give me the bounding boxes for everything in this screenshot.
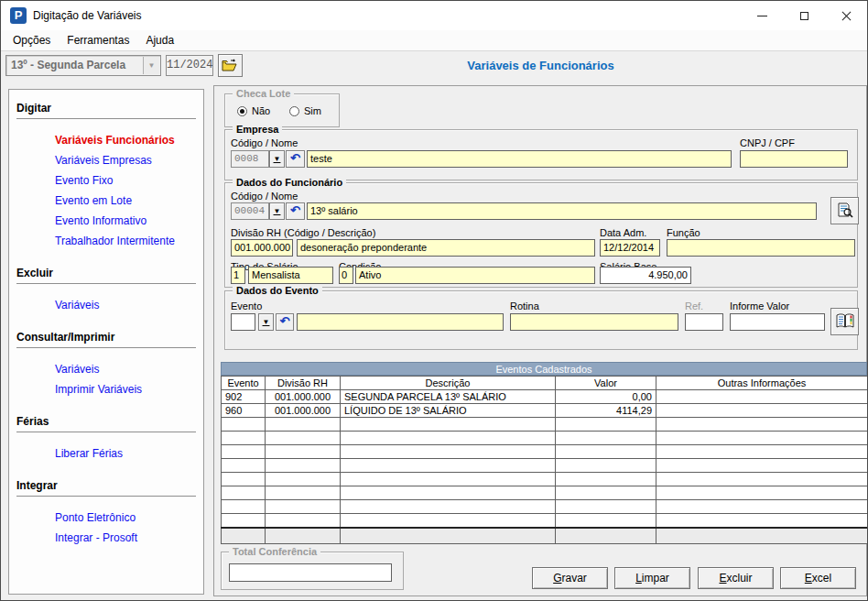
table-row[interactable]: 960 001.000.000 LÍQUIDO DE 13º SALÁRIO 4… — [222, 404, 868, 418]
empresa-nome-field[interactable]: teste — [307, 150, 732, 168]
sidebar-item-ponto-eletronico[interactable]: Ponto Eletrônico — [55, 508, 203, 528]
table-empty-row — [222, 500, 868, 514]
condicao-field[interactable]: Ativo — [355, 267, 595, 284]
window-title: Digitação de Variáveis — [33, 9, 142, 22]
divider — [16, 118, 196, 119]
table-empty-row — [222, 473, 868, 486]
menu-ferramentas[interactable]: Ferramentas — [59, 34, 137, 47]
funcionario-group: Dados do Funcionário Código / Nome 00004… — [224, 182, 858, 288]
informe-valor-field[interactable] — [730, 313, 825, 331]
cell-valor: 0,00 — [556, 390, 656, 404]
sidebar-item-trabalhador-intermitente[interactable]: Trabalhador Intermitente — [55, 231, 203, 251]
col-header-descricao: Descrição — [341, 377, 556, 390]
table-empty-row — [222, 445, 868, 459]
competence-date-input[interactable]: 11/2024 — [166, 55, 213, 76]
tipo-salario-field[interactable]: Mensalista — [248, 267, 333, 284]
table-empty-row — [222, 486, 868, 500]
cnpj-cpf-field[interactable] — [740, 150, 848, 168]
radio-checked-icon — [237, 106, 247, 116]
sidebar: Digitar Variáveis Funcionários Variáveis… — [8, 89, 204, 595]
empresa-dropdown-button[interactable]: ▼ — [269, 150, 285, 168]
ref-field[interactable] — [685, 313, 723, 331]
close-button[interactable] — [825, 1, 867, 30]
sidebar-item-excluir-variaveis[interactable]: Variáveis — [55, 295, 203, 315]
radio-label: Sim — [304, 105, 321, 116]
col-header-outras: Outras Informações — [656, 377, 868, 390]
evento-undo-button[interactable]: ↶ — [276, 313, 294, 331]
minimize-icon — [757, 16, 767, 16]
table-row[interactable]: 902 001.000.000 SEGUNDA PARCELA 13º SALÁ… — [222, 390, 868, 404]
col-header-evento: Evento — [222, 377, 266, 390]
evento-tabela-button[interactable] — [830, 308, 859, 335]
minimize-button[interactable] — [741, 1, 783, 30]
app-logo-icon: P — [10, 7, 27, 24]
menu-ajuda[interactable]: Ajuda — [137, 34, 182, 47]
evento-group: Dados do Evento Evento Rotina Ref. Infor… — [224, 290, 858, 350]
open-book-icon — [835, 312, 855, 331]
tipo-salario-codigo-field[interactable]: 1 — [231, 267, 245, 284]
sidebar-item-evento-informativo[interactable]: Evento Informativo — [55, 211, 203, 231]
menu-bar: Opções Ferramentas Ajuda — [1, 30, 867, 51]
funcionario-search-button[interactable] — [830, 197, 859, 224]
funcao-label: Função — [667, 227, 700, 238]
cell-evento: 960 — [222, 404, 266, 418]
condicao-codigo-field[interactable]: 0 — [339, 267, 353, 284]
funcao-field[interactable] — [667, 239, 855, 257]
divisao-descricao-field[interactable]: desoneração preponderante — [297, 239, 595, 257]
funcionario-undo-button[interactable]: ↶ — [286, 202, 305, 220]
evento-label: Evento — [231, 300, 262, 311]
divider — [16, 347, 196, 348]
divisao-rh-label: Divisão RH (Código / Descrição) — [231, 227, 375, 238]
divider — [16, 283, 196, 284]
sidebar-section-digitar: Digitar Variáveis Funcionários Variáveis… — [16, 102, 203, 251]
sidebar-section-title: Digitar — [16, 102, 203, 115]
evento-dropdown-button[interactable]: ▼ — [258, 313, 274, 331]
divider — [16, 496, 196, 497]
funcionario-nome-field[interactable]: 13º salário — [307, 202, 817, 220]
sidebar-section-integrar: Integrar Ponto Eletrônico Integrar - Pro… — [16, 479, 203, 548]
undo-icon: ↶ — [290, 151, 300, 165]
excel-button[interactable]: Excel — [780, 567, 856, 589]
salario-base-field: 4.950,00 — [600, 267, 691, 284]
funcionario-dropdown-button[interactable]: ▼ — [269, 202, 285, 220]
undo-icon: ↶ — [290, 203, 300, 217]
funcionario-codigo-field: 00004 — [231, 202, 269, 220]
excluir-button[interactable]: Excluir — [698, 567, 774, 589]
period-select: 13º - Segunda Parcela ▼ — [5, 55, 161, 76]
evento-codigo-field[interactable] — [231, 313, 255, 331]
empresa-codigo-nome-label: Código / Nome — [231, 137, 298, 148]
evento-descricao-field[interactable] — [297, 313, 504, 331]
sidebar-item-variaveis-empresas[interactable]: Variáveis Empresas — [55, 150, 203, 170]
eventos-table-title: Eventos Cadastrados — [221, 362, 867, 376]
limpar-button[interactable]: Limpar — [614, 567, 690, 589]
sidebar-item-evento-fixo[interactable]: Evento Fixo — [55, 170, 203, 191]
rotina-label: Rotina — [510, 300, 539, 311]
sidebar-item-consultar-variaveis[interactable]: Variáveis — [55, 359, 203, 379]
sidebar-item-evento-em-lote[interactable]: Evento em Lote — [55, 191, 203, 211]
table-empty-row — [222, 418, 868, 432]
cell-divisao: 001.000.000 — [266, 390, 341, 404]
sidebar-section-ferias: Férias Liberar Férias — [16, 415, 203, 464]
table-empty-row — [222, 459, 868, 473]
col-header-divisao: Divisão RH — [266, 377, 341, 390]
evento-title: Dados do Evento — [233, 285, 322, 296]
rotina-field[interactable] — [510, 313, 678, 331]
app-window: P Digitação de Variáveis Opções Ferramen… — [0, 0, 868, 601]
checa-lote-nao-radio[interactable]: Não — [237, 105, 270, 116]
menu-opcoes[interactable]: Opções — [5, 34, 59, 47]
sidebar-item-imprimir-variaveis[interactable]: Imprimir Variáveis — [55, 379, 203, 399]
sidebar-item-integrar-prosoft[interactable]: Integrar - Prosoft — [55, 528, 203, 548]
cell-outras — [656, 390, 868, 404]
sidebar-item-variaveis-funcionarios[interactable]: Variáveis Funcionários — [55, 130, 203, 150]
total-conferencia-title: Total Conferência — [229, 546, 320, 557]
checa-lote-sim-radio[interactable]: Sim — [289, 105, 321, 116]
gravar-button[interactable]: Gravar — [532, 567, 608, 589]
radio-label: Não — [252, 105, 270, 116]
cell-evento: 902 — [222, 390, 266, 404]
data-adm-field[interactable]: 12/12/2014 — [600, 239, 660, 257]
ref-label: Ref. — [685, 300, 703, 311]
empresa-undo-button[interactable]: ↶ — [286, 150, 305, 168]
sidebar-item-liberar-ferias[interactable]: Liberar Férias — [55, 443, 203, 464]
maximize-button[interactable] — [783, 1, 825, 30]
divisao-codigo-field[interactable]: 001.000.000 — [231, 239, 293, 257]
